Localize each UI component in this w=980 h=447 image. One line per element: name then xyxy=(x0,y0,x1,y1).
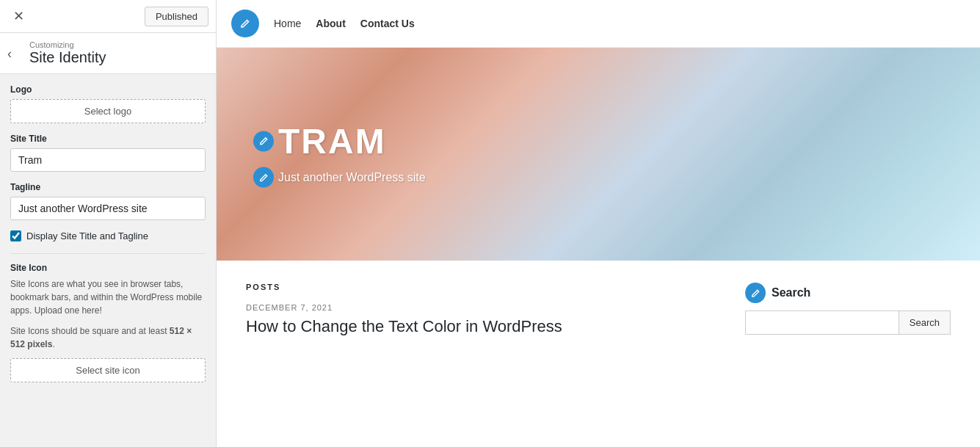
customizer-panel: ✕ Published ‹ Customizing Site Identity … xyxy=(0,0,217,447)
customizing-sub-label: Customizing xyxy=(29,40,207,49)
hero-tagline-row: Just another WordPress site xyxy=(253,167,426,188)
site-title-label: Site Title xyxy=(10,134,206,144)
back-button[interactable]: ‹ xyxy=(7,47,12,60)
hero-site-title: TRAM xyxy=(278,121,386,161)
posts-section-label: POSTS xyxy=(246,283,723,291)
display-checkbox-label: Display Site Title and Tagline xyxy=(26,230,148,241)
nav-links: Home About Contact Us xyxy=(274,18,415,29)
tagline-input[interactable] xyxy=(10,197,206,220)
content-area: POSTS DECEMBER 7, 2021 How to Change the… xyxy=(217,261,980,447)
site-preview: Home About Contact Us TRAM Just another … xyxy=(217,0,980,447)
panel-content: Logo Select logo Site Title Tagline Disp… xyxy=(0,74,216,390)
section-divider xyxy=(10,253,206,254)
published-button[interactable]: Published xyxy=(145,7,208,26)
preview-nav: Home About Contact Us xyxy=(217,0,980,48)
hero-tagline: Just another WordPress site xyxy=(278,171,426,184)
customizing-header: ‹ Customizing Site Identity xyxy=(0,33,216,74)
search-widget-title: Search xyxy=(772,286,810,299)
hero-tagline-edit-circle[interactable] xyxy=(253,167,274,188)
logo-label: Logo xyxy=(10,84,206,95)
nav-contact[interactable]: Contact Us xyxy=(360,18,415,29)
site-icon-desc1: Site Icons are what you see in browser t… xyxy=(10,277,206,317)
close-button[interactable]: ✕ xyxy=(7,5,30,27)
hero-title-edit-circle[interactable] xyxy=(253,131,274,151)
nav-about[interactable]: About xyxy=(316,18,345,29)
select-site-icon-button[interactable]: Select site icon xyxy=(10,358,206,382)
customizing-title: Site Identity xyxy=(29,49,207,66)
display-checkbox[interactable] xyxy=(10,230,21,241)
hero-title-row: TRAM xyxy=(253,121,426,161)
search-input-row: Search xyxy=(745,310,951,335)
hero-section: TRAM Just another WordPress site xyxy=(217,48,980,261)
site-title-input[interactable] xyxy=(10,148,206,172)
search-widget-header: Search xyxy=(745,283,951,303)
search-field[interactable] xyxy=(745,310,899,335)
search-button[interactable]: Search xyxy=(899,310,951,335)
site-icon-label: Site Icon xyxy=(10,263,206,273)
top-bar: ✕ Published xyxy=(0,0,216,33)
post-date: DECEMBER 7, 2021 xyxy=(246,303,723,312)
site-icon-desc2: Site Icons should be square and at least… xyxy=(10,324,206,351)
search-widget: Search Search xyxy=(745,283,951,432)
posts-section: POSTS DECEMBER 7, 2021 How to Change the… xyxy=(246,283,723,432)
display-checkbox-row: Display Site Title and Tagline xyxy=(10,230,206,241)
nav-logo-edit-circle[interactable] xyxy=(231,10,259,37)
hero-content: TRAM Just another WordPress site xyxy=(253,121,426,188)
post-title: How to Change the Text Color in WordPres… xyxy=(246,316,723,338)
nav-home[interactable]: Home xyxy=(274,18,301,29)
site-icon-desc2-post: . xyxy=(52,339,54,349)
select-logo-button[interactable]: Select logo xyxy=(10,99,206,123)
search-widget-edit-circle[interactable] xyxy=(745,283,766,303)
tagline-label: Tagline xyxy=(10,182,206,192)
site-icon-desc2-pre: Site Icons should be square and at least xyxy=(10,326,170,336)
